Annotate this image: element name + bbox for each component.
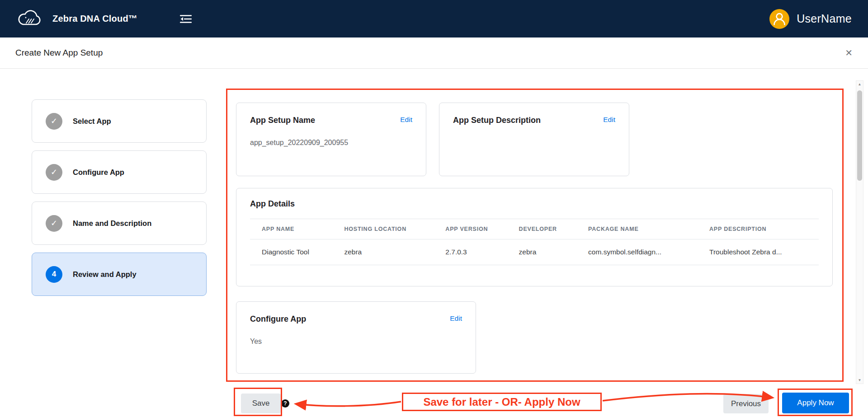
col-app-version: APP VERSION [434, 219, 507, 239]
save-button[interactable]: Save [241, 394, 281, 413]
previous-button[interactable]: Previous [723, 394, 769, 413]
step-done-check-icon: ✓ [46, 215, 62, 232]
app-setup-name-value: app_setup_20220909_200955 [250, 139, 412, 147]
help-icon[interactable]: ? [281, 399, 289, 408]
brand-area: Zebra DNA Cloud™ [16, 9, 192, 29]
step-label: Configure App [73, 168, 124, 177]
step-label: Review and Apply [73, 270, 137, 279]
step-label: Name and Description [73, 219, 151, 228]
step-select-app[interactable]: ✓ Select App [32, 99, 207, 143]
arrow-to-save [296, 402, 401, 406]
scrollbar-thumb[interactable] [857, 90, 862, 181]
col-developer: DEVELOPER [507, 219, 576, 239]
configure-app-card: Configure App Edit Yes [236, 301, 476, 374]
scroll-down-icon[interactable]: ▼ [858, 377, 862, 384]
top-navbar: Zebra DNA Cloud™ UserName [0, 0, 868, 37]
zebra-cloud-logo-icon [16, 9, 43, 29]
cell-app-version: 2.7.0.3 [434, 239, 507, 265]
app-setup-name-card: App Setup Name Edit app_setup_20220909_2… [236, 103, 426, 176]
cell-developer: zebra [507, 239, 576, 265]
card-title: App Details [250, 199, 295, 209]
wizard-steps-sidebar: ✓ Select App ✓ Configure App ✓ Name and … [32, 99, 207, 296]
col-package-name: PACKAGE NAME [576, 219, 698, 239]
edit-app-setup-description-link[interactable]: Edit [603, 116, 615, 124]
close-icon[interactable]: ✕ [845, 48, 853, 57]
collapse-sidebar-icon[interactable] [180, 14, 192, 23]
card-title: Configure App [250, 314, 306, 324]
username-label: UserName [797, 12, 852, 25]
step-name-description[interactable]: ✓ Name and Description [32, 201, 207, 245]
step-label: Select App [73, 117, 111, 126]
app-details-table: APP NAME HOSTING LOCATION APP VERSION DE… [250, 219, 819, 265]
brand-title: Zebra DNA Cloud™ [52, 14, 137, 24]
card-title: App Setup Description [453, 116, 541, 125]
scroll-up-icon[interactable]: ▲ [858, 81, 862, 88]
page-header: Create New App Setup ✕ [0, 37, 868, 69]
user-menu[interactable]: UserName [769, 9, 852, 29]
step-review-apply[interactable]: 4 Review and Apply [32, 253, 207, 296]
col-hosting-location: HOSTING LOCATION [332, 219, 434, 239]
cell-app-description: Troubleshoot Zebra d... [698, 239, 819, 265]
cell-hosting-location: zebra [332, 239, 434, 265]
step-done-check-icon: ✓ [46, 113, 62, 130]
cell-app-name: Diagnostic Tool [250, 239, 332, 265]
edit-configure-app-link[interactable]: Edit [450, 314, 462, 323]
step-number-badge: 4 [46, 266, 62, 283]
user-avatar-icon[interactable] [769, 9, 789, 29]
edit-app-setup-name-link[interactable]: Edit [400, 116, 412, 124]
col-app-name: APP NAME [250, 219, 332, 239]
apply-now-button[interactable]: Apply Now [782, 393, 849, 413]
card-title: App Setup Name [250, 116, 315, 125]
table-row: Diagnostic Tool zebra 2.7.0.3 zebra com.… [250, 239, 819, 265]
step-done-check-icon: ✓ [46, 164, 62, 181]
annotation-label: Save for later - OR- Apply Now [402, 393, 602, 411]
step-configure-app[interactable]: ✓ Configure App [32, 150, 207, 194]
page-title: Create New App Setup [15, 48, 103, 58]
table-header-row: APP NAME HOSTING LOCATION APP VERSION DE… [250, 219, 819, 239]
app-setup-description-card: App Setup Description Edit [439, 103, 629, 176]
col-app-description: APP DESCRIPTION [698, 219, 819, 239]
app-details-card: App Details APP NAME HOSTING LOCATION AP… [236, 188, 833, 286]
cell-package-name: com.symbol.selfdiagn... [576, 239, 698, 265]
configure-app-value: Yes [250, 337, 462, 346]
